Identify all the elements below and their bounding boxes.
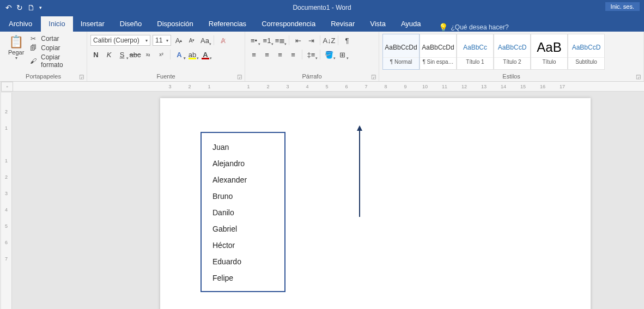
shading-button[interactable]: 🪣▾ [324, 49, 335, 60]
copy-button[interactable]: 🗐Copiar [29, 44, 83, 52]
clipboard-launcher[interactable]: ◲ [79, 74, 84, 79]
font-launcher[interactable]: ◲ [237, 74, 242, 79]
style-t-tulo[interactable]: AaBTítulo [531, 34, 568, 70]
ruler-tick: 2 [5, 174, 8, 191]
tab-referencias[interactable]: Referencias [201, 16, 254, 32]
style-t-tulo-2[interactable]: AaBbCcDTítulo 2 [494, 34, 531, 70]
font-size-combo[interactable]: 11▾ [153, 35, 171, 46]
sort-button[interactable]: A↓Z [324, 35, 335, 46]
list-item[interactable]: Héctor [212, 241, 274, 250]
list-item[interactable]: Alejandro [212, 159, 274, 168]
style-name-label: Título [531, 57, 567, 66]
numbering-button[interactable]: ≡1▾ [262, 35, 272, 46]
tab-vista[interactable]: Vista [362, 16, 393, 32]
justify-button[interactable]: ≡ [288, 49, 299, 60]
group-label-paragraph: Párrafo [248, 72, 375, 81]
font-name-combo[interactable]: Calibri (Cuerpo)▾ [90, 35, 150, 46]
list-item[interactable]: Danilo [212, 208, 274, 217]
multilevel-list-button[interactable]: ≡≣▾ [275, 35, 285, 46]
tab-revisar[interactable]: Revisar [323, 16, 362, 32]
paragraph-launcher[interactable]: ◲ [371, 74, 376, 79]
style-name-label: Subtítulo [568, 57, 604, 66]
format-painter-button[interactable]: 🖌Copiar formato [29, 53, 83, 69]
ruler-tick: 1 [5, 158, 8, 174]
copy-icon: 🗐 [29, 44, 38, 52]
document-workspace: ▫ 3211234567891011121314151617 211234567… [0, 82, 644, 309]
ruler-tick: 4 [5, 207, 8, 223]
bold-button[interactable]: N [90, 49, 101, 60]
paste-label: Pegar [8, 49, 24, 56]
tab-insertar[interactable]: Insertar [73, 16, 112, 32]
list-item[interactable]: Felipe [212, 274, 274, 282]
group-font: Calibri (Cuerpo)▾ 11▾ A▴ A▾ Aa▾ A̷ N K S… [87, 32, 245, 81]
ruler-tick: 6 [5, 240, 8, 256]
change-case-button[interactable]: Aa▾ [199, 35, 210, 46]
shrink-font-button[interactable]: A▾ [186, 35, 197, 46]
text-box[interactable]: JuanAlejandroAlexanderBrunoDaniloGabriel… [201, 132, 285, 292]
style-subt-tulo[interactable]: AaBbCcDSubtítulo [568, 34, 605, 70]
list-item[interactable]: Gabriel [212, 225, 274, 233]
ruler-tick: 13 [474, 84, 494, 89]
undo-button[interactable]: ↶ [5, 3, 12, 12]
subscript-button[interactable]: x₂ [143, 49, 154, 60]
grow-font-button[interactable]: A▴ [173, 35, 184, 46]
decrease-indent-button[interactable]: ⇤ [293, 35, 303, 46]
bullets-button[interactable]: ≡•▾ [248, 35, 259, 46]
tab-inicio[interactable]: Inicio [41, 16, 72, 32]
vertical-ruler[interactable]: 211234567 [1, 93, 12, 309]
tab-correspondencia[interactable]: Correspondencia [254, 16, 323, 32]
horizontal-ruler[interactable]: 3211234567891011121314151617 [13, 82, 644, 92]
tab-disposición[interactable]: Disposición [149, 16, 201, 32]
increase-indent-button[interactable]: ⇥ [306, 35, 317, 46]
tab-diseño[interactable]: Diseño [112, 16, 149, 32]
page[interactable]: JuanAlejandroAlexanderBrunoDaniloGabriel… [160, 98, 591, 309]
italic-button[interactable]: K [104, 49, 114, 60]
new-doc-button[interactable]: 🗋 [27, 3, 35, 12]
superscript-button[interactable]: x² [156, 49, 167, 60]
style-t-tulo-1[interactable]: AaBbCcTítulo 1 [457, 34, 494, 70]
redo-button[interactable]: ↻ [16, 3, 23, 12]
tell-me-search[interactable]: 💡 ¿Qué desea hacer? [429, 23, 509, 32]
list-item[interactable]: Bruno [212, 192, 274, 201]
tab-file[interactable]: Archivo [0, 16, 41, 32]
clear-formatting-button[interactable]: A̷ [217, 35, 228, 46]
ruler-tick: 2 [5, 109, 8, 125]
qat-more-button[interactable]: ▾ [39, 5, 42, 10]
chevron-down-icon: ▾ [164, 38, 168, 43]
group-label-clipboard: Portapapeles [3, 72, 83, 81]
title-bar: ↶ ↻ 🗋 ▾ Documento1 - Word Inic. ses. [0, 0, 644, 15]
text-effects-button[interactable]: A▾ [174, 49, 185, 60]
underline-button[interactable]: S▾ [117, 49, 127, 60]
ruler-tick: 9 [396, 84, 415, 89]
annotation-arrow [359, 130, 360, 217]
ruler-corner[interactable]: ▫ [1, 82, 13, 92]
chevron-down-icon: ▾ [15, 56, 17, 60]
highlight-button[interactable]: ab▾ [187, 49, 198, 60]
style-name-label: ¶ Sin espa… [420, 57, 456, 66]
align-left-button[interactable]: ≡ [248, 49, 259, 60]
quick-access-toolbar: ↶ ↻ 🗋 ▾ [0, 3, 42, 12]
font-color-button[interactable]: A▾ [200, 49, 211, 60]
line-spacing-button[interactable]: ‡≡▾ [306, 49, 317, 60]
ruler-tick: 1 [5, 125, 8, 142]
styles-launcher[interactable]: ◲ [636, 74, 641, 79]
style--normal[interactable]: AaBbCcDd¶ Normal [382, 34, 420, 70]
ruler-tick: 1 [239, 84, 258, 89]
borders-button[interactable]: ⊞▾ [337, 49, 348, 60]
show-marks-button[interactable]: ¶ [342, 35, 353, 46]
tab-ayuda[interactable]: Ayuda [393, 16, 429, 32]
list-item[interactable]: Eduardo [212, 257, 274, 266]
strikethrough-button[interactable]: abc [130, 49, 141, 60]
list-item[interactable]: Juan [212, 143, 274, 152]
ribbon-tabs: Archivo InicioInsertarDiseñoDisposiciónR… [0, 15, 644, 32]
list-item[interactable]: Alexander [212, 175, 274, 184]
cut-button[interactable]: ✂Cortar [29, 35, 83, 43]
align-right-button[interactable]: ≡ [275, 49, 285, 60]
align-center-button[interactable]: ≡ [262, 49, 272, 60]
sign-in-button[interactable]: Inic. ses. [605, 2, 640, 11]
ruler-tick: 7 [356, 84, 376, 89]
ruler-tick: 3 [278, 84, 297, 89]
style--sin-espa-[interactable]: AaBbCcDd¶ Sin espa… [420, 34, 457, 70]
paste-button[interactable]: 📋 Pegar ▾ [3, 34, 29, 70]
group-clipboard: 📋 Pegar ▾ ✂Cortar 🗐Copiar 🖌Copiar format… [0, 32, 87, 81]
